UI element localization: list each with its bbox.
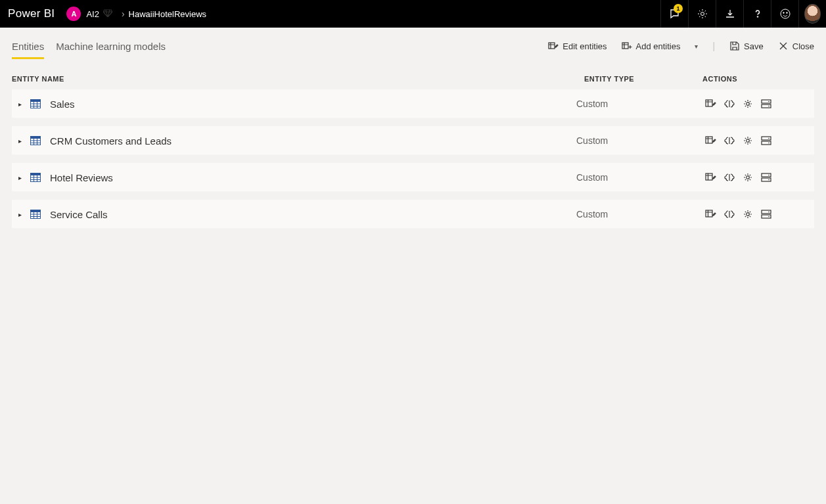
col-entity-type: ENTITY TYPE: [584, 75, 702, 83]
brand-label: Power BI: [8, 7, 55, 20]
svg-point-1: [757, 16, 758, 18]
add-entities-label: Add entities: [636, 41, 681, 51]
entity-actions: [695, 135, 806, 146]
account-button[interactable]: [798, 0, 826, 28]
action-ml-icon[interactable]: [723, 99, 735, 109]
save-button[interactable]: Save: [729, 41, 764, 51]
tab-ml-models[interactable]: Machine learning models: [56, 41, 166, 59]
toolbar-actions: Edit entities Add entities ▾ | Save Clos…: [548, 41, 814, 59]
table-icon: [30, 136, 41, 145]
action-server-icon[interactable]: [760, 209, 772, 219]
close-button[interactable]: Close: [778, 41, 814, 51]
table-icon: [30, 173, 41, 182]
entity-actions: [695, 99, 806, 109]
help-button[interactable]: [743, 0, 771, 28]
svg-point-3: [783, 12, 784, 14]
column-headers: ENTITY NAME ENTITY TYPE ACTIONS: [0, 59, 826, 89]
action-edit-icon[interactable]: [705, 99, 717, 109]
entity-row[interactable]: ▸Hotel ReviewsCustom: [12, 163, 814, 192]
expand-toggle[interactable]: ▸: [18, 101, 28, 108]
add-entities-dropdown[interactable]: ▾: [695, 43, 698, 50]
svg-point-2: [781, 9, 790, 18]
global-header: Power BI A AI2 › HawaiiHotelReviews 1: [0, 0, 826, 28]
page-toolbar: Entities Machine learning models Edit en…: [0, 28, 826, 59]
action-settings-icon[interactable]: [742, 209, 754, 219]
table-icon: [30, 210, 41, 219]
edit-entities-icon: [548, 41, 559, 51]
premium-diamond-icon: [103, 9, 112, 19]
save-label: Save: [744, 41, 764, 51]
breadcrumb-separator-icon: ›: [122, 9, 125, 19]
entity-type: Custom: [576, 209, 695, 219]
entity-name: Hotel Reviews: [50, 172, 576, 183]
entity-actions: [695, 209, 806, 219]
entity-actions: [695, 172, 806, 183]
svg-rect-6: [622, 43, 628, 49]
svg-rect-5: [549, 43, 555, 49]
download-button[interactable]: [716, 0, 743, 28]
action-settings-icon[interactable]: [742, 172, 754, 183]
avatar-icon: [804, 4, 821, 24]
entity-name: CRM Customers and Leads: [50, 135, 576, 147]
feedback-button[interactable]: [771, 0, 798, 28]
entity-row[interactable]: ▸SalesCustom: [12, 89, 814, 118]
action-edit-icon[interactable]: [705, 135, 717, 146]
action-edit-icon[interactable]: [705, 209, 717, 219]
action-settings-icon[interactable]: [742, 135, 754, 146]
svg-point-4: [786, 12, 787, 14]
close-label: Close: [792, 41, 814, 51]
entity-type: Custom: [576, 135, 695, 146]
action-settings-icon[interactable]: [742, 99, 754, 109]
expand-toggle[interactable]: ▸: [18, 211, 28, 218]
save-icon: [729, 41, 740, 51]
action-ml-icon[interactable]: [723, 209, 735, 219]
action-ml-icon[interactable]: [723, 135, 735, 146]
entity-type: Custom: [576, 172, 695, 183]
action-server-icon[interactable]: [760, 172, 772, 183]
entity-name: Service Calls: [50, 209, 576, 220]
entity-name: Sales: [50, 99, 576, 110]
edit-entities-label: Edit entities: [562, 41, 607, 51]
add-entities-button[interactable]: Add entities: [622, 41, 681, 51]
action-server-icon[interactable]: [760, 99, 772, 109]
action-edit-icon[interactable]: [705, 172, 717, 183]
notification-count-badge: 1: [674, 4, 683, 13]
workspace-name[interactable]: AI2: [86, 9, 99, 19]
close-icon: [778, 41, 789, 51]
edit-entities-button[interactable]: Edit entities: [548, 41, 607, 51]
action-ml-icon[interactable]: [723, 172, 735, 183]
add-entities-icon: [622, 41, 632, 51]
settings-button[interactable]: [688, 0, 716, 28]
toolbar-separator: |: [712, 41, 715, 51]
workspace-badge[interactable]: A: [66, 7, 81, 21]
svg-point-0: [700, 12, 704, 16]
breadcrumb-current[interactable]: HawaiiHotelReviews: [129, 9, 207, 19]
entity-row[interactable]: ▸Service CallsCustom: [12, 200, 814, 229]
expand-toggle[interactable]: ▸: [18, 137, 28, 145]
notifications-button[interactable]: 1: [660, 0, 688, 28]
col-actions: ACTIONS: [702, 75, 814, 83]
entity-type: Custom: [576, 99, 695, 109]
col-entity-name: ENTITY NAME: [12, 75, 584, 83]
entity-row[interactable]: ▸CRM Customers and LeadsCustom: [12, 126, 814, 155]
tab-entities[interactable]: Entities: [12, 41, 44, 59]
action-server-icon[interactable]: [760, 135, 772, 146]
table-icon: [30, 99, 41, 108]
entity-list: ▸SalesCustom▸CRM Customers and LeadsCust…: [0, 89, 826, 229]
expand-toggle[interactable]: ▸: [18, 174, 28, 181]
tab-bar: Entities Machine learning models: [12, 41, 166, 59]
